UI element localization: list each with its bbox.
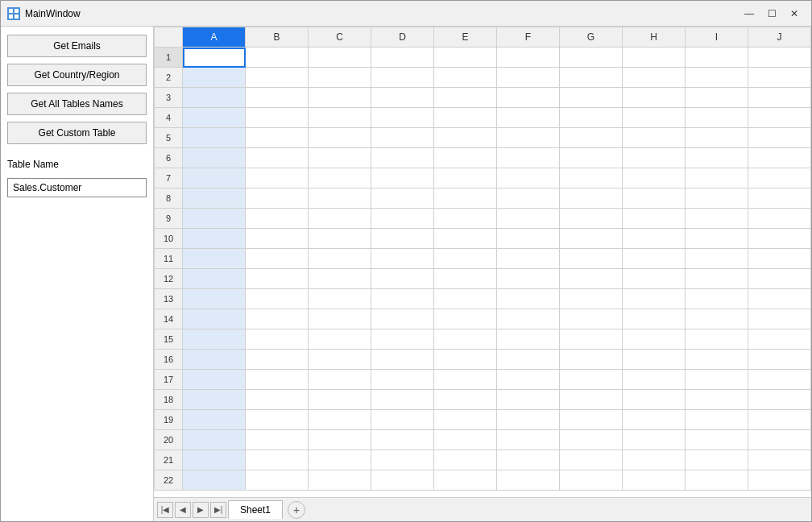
cell-C5[interactable] [309,128,371,148]
cell-G21[interactable] [560,450,623,470]
cell-I10[interactable] [686,229,748,249]
cell-J11[interactable] [748,249,810,269]
cell-A18[interactable] [183,390,246,410]
sheet-nav-last[interactable]: ▶| [210,502,226,518]
cell-F11[interactable] [497,249,560,269]
cell-G18[interactable] [560,390,623,410]
cell-C8[interactable] [309,188,371,209]
cell-J4[interactable] [748,108,810,128]
cell-A20[interactable] [183,430,246,450]
cell-A17[interactable] [183,370,246,390]
row-header-21[interactable]: 21 [155,450,183,470]
cell-D19[interactable] [371,410,434,430]
row-header-8[interactable]: 8 [155,188,183,209]
cell-F3[interactable] [497,88,560,108]
cell-G8[interactable] [560,188,623,209]
cell-I20[interactable] [686,430,748,450]
cell-C11[interactable] [309,249,371,269]
cell-J8[interactable] [748,188,810,209]
cell-C9[interactable] [309,209,371,229]
cell-F10[interactable] [497,229,560,249]
cell-D10[interactable] [371,229,434,249]
cell-D3[interactable] [371,88,434,108]
cell-H2[interactable] [623,68,686,88]
cell-C20[interactable] [309,430,371,450]
cell-A13[interactable] [183,289,246,309]
cell-A16[interactable] [183,350,246,370]
cell-G13[interactable] [560,289,623,309]
cell-H22[interactable] [623,470,686,491]
cell-C16[interactable] [309,350,371,370]
cell-J7[interactable] [748,168,810,188]
cell-H19[interactable] [623,410,686,430]
cell-I6[interactable] [686,148,748,168]
cell-H8[interactable] [623,188,686,209]
cell-F6[interactable] [497,148,560,168]
cell-C12[interactable] [309,269,371,289]
cell-D14[interactable] [371,309,434,329]
close-button[interactable]: ✕ [784,6,805,22]
cell-G5[interactable] [560,128,623,148]
cell-A6[interactable] [183,148,246,168]
row-header-17[interactable]: 17 [155,370,183,390]
cell-C13[interactable] [309,289,371,309]
cell-F13[interactable] [497,289,560,309]
cell-H20[interactable] [623,430,686,450]
cell-A10[interactable] [183,229,246,249]
sheet-nav-prev[interactable]: ◀ [175,502,191,518]
cell-G9[interactable] [560,209,623,229]
cell-F15[interactable] [497,329,560,350]
cell-J13[interactable] [748,289,810,309]
col-header-E[interactable]: E [434,27,497,48]
cell-C22[interactable] [309,470,371,491]
cell-G6[interactable] [560,148,623,168]
cell-F16[interactable] [497,350,560,370]
cell-I2[interactable] [686,68,748,88]
cell-C3[interactable] [309,88,371,108]
cell-A9[interactable] [183,209,246,229]
cell-B12[interactable] [246,269,309,289]
cell-B16[interactable] [246,350,309,370]
cell-B13[interactable] [246,289,309,309]
cell-C7[interactable] [309,168,371,188]
get-emails-button[interactable]: Get Emails [7,35,147,57]
cell-I22[interactable] [686,470,748,491]
cell-G15[interactable] [560,329,623,350]
cell-I15[interactable] [686,329,748,350]
cell-F20[interactable] [497,430,560,450]
cell-E1[interactable] [434,48,497,68]
cell-I5[interactable] [686,128,748,148]
cell-B14[interactable] [246,309,309,329]
cell-H13[interactable] [623,289,686,309]
cell-C15[interactable] [309,329,371,350]
cell-H1[interactable] [623,48,686,68]
row-header-6[interactable]: 6 [155,148,183,168]
cell-B17[interactable] [246,370,309,390]
cell-F2[interactable] [497,68,560,88]
col-header-F[interactable]: F [497,27,560,48]
cell-J15[interactable] [748,329,810,350]
cell-G12[interactable] [560,269,623,289]
cell-D16[interactable] [371,350,434,370]
cell-B1[interactable] [246,48,309,68]
row-header-15[interactable]: 15 [155,329,183,350]
cell-E11[interactable] [434,249,497,269]
cell-E2[interactable] [434,68,497,88]
cell-E17[interactable] [434,370,497,390]
cell-F8[interactable] [497,188,560,209]
cell-D7[interactable] [371,168,434,188]
col-header-D[interactable]: D [371,27,434,48]
cell-H10[interactable] [623,229,686,249]
row-header-20[interactable]: 20 [155,430,183,450]
cell-J16[interactable] [748,350,810,370]
cell-F18[interactable] [497,390,560,410]
get-country-button[interactable]: Get Country/Region [7,64,147,86]
cell-I7[interactable] [686,168,748,188]
cell-A2[interactable] [183,68,246,88]
cell-D18[interactable] [371,390,434,410]
cell-H5[interactable] [623,128,686,148]
cell-G3[interactable] [560,88,623,108]
cell-F21[interactable] [497,450,560,470]
cell-J9[interactable] [748,209,810,229]
cell-E6[interactable] [434,148,497,168]
